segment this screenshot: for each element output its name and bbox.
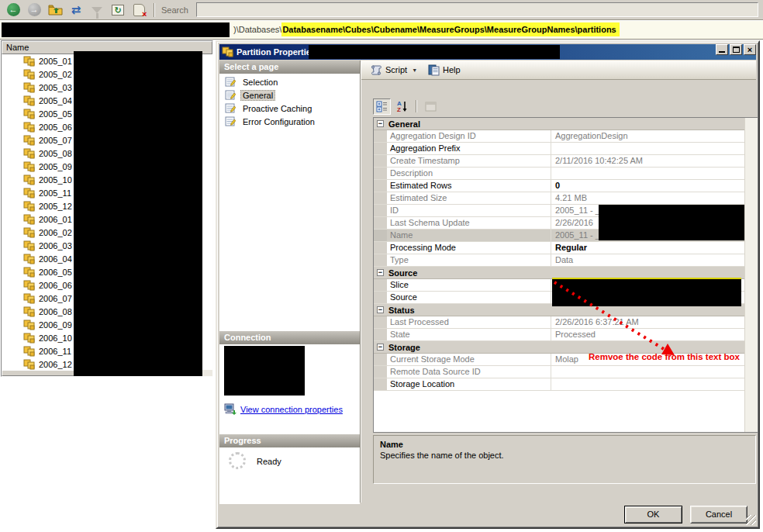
property-grid-toolbar: A Z (373, 98, 440, 115)
page-item-error-configuration[interactable]: Error Configuration (219, 115, 360, 128)
property-value[interactable]: 4.21 MB (551, 192, 745, 204)
help-button[interactable]: Help (424, 63, 464, 78)
dialog-titlebar[interactable]: Partition Properties - (219, 44, 756, 60)
close-icon: × (744, 44, 755, 56)
partition-icon (23, 95, 35, 106)
partition-icon (23, 56, 35, 67)
filter-button[interactable] (88, 2, 105, 19)
property-row-create-timestamp[interactable]: Create Timestamp2/11/2016 10:42:25 AM (374, 155, 745, 168)
forward-button[interactable]: → (26, 2, 43, 19)
row-gutter (374, 254, 387, 266)
back-button[interactable]: ← (5, 2, 22, 19)
page-item-proactive-caching[interactable]: Proactive Caching (219, 102, 360, 115)
collapse-icon[interactable]: − (377, 120, 384, 127)
property-row-aggregation-prefix[interactable]: Aggregation Prefix (374, 143, 745, 155)
script-button[interactable]: Script ▼ (366, 63, 421, 78)
list-item-label: 2006_03 - (39, 241, 78, 250)
property-row-remote-data-source-id[interactable]: Remote Data Source ID (374, 366, 745, 378)
folder-up-button[interactable] (47, 2, 64, 19)
category-row-general[interactable]: −General (374, 118, 745, 130)
property-row-type[interactable]: TypeData (374, 254, 745, 267)
ok-button[interactable]: OK (624, 506, 682, 523)
alphabetical-sort-button[interactable]: A Z (393, 98, 411, 115)
row-gutter (374, 205, 387, 216)
partition-icon (23, 306, 35, 317)
property-value[interactable] (551, 143, 745, 154)
property-row-estimated-rows[interactable]: Estimated Rows0 (374, 180, 745, 192)
partition-icon (23, 201, 35, 212)
property-row-last-processed[interactable]: Last Processed2/26/2016 6:37:21 AM (374, 316, 745, 329)
partition-icon (23, 174, 35, 185)
property-label: Name (387, 230, 551, 241)
partition-icon (23, 280, 35, 291)
page-item-selection[interactable]: Selection (219, 75, 360, 88)
main-toolbar: ← → ⇄ ↻ × Search (0, 0, 763, 20)
resize-grip[interactable] (746, 515, 756, 525)
property-row-state[interactable]: StateProcessed (374, 329, 745, 341)
stop-script-button[interactable]: × (130, 2, 147, 19)
property-row-storage-location[interactable]: Storage Location (374, 378, 745, 391)
sync-button[interactable]: ⇄ (67, 2, 85, 19)
partition-icon (23, 161, 35, 172)
property-value[interactable] (551, 378, 745, 390)
screen: ← → ⇄ ↻ × Search )\Databases\Databasenam… (0, 0, 763, 532)
collapse-icon[interactable]: − (377, 269, 384, 276)
property-value[interactable]: 2/11/2016 10:42:25 AM (551, 155, 745, 167)
window-buttons: × (716, 44, 756, 55)
property-value[interactable]: 0 (551, 180, 745, 192)
progress-panel: Ready (219, 447, 360, 504)
property-row-description[interactable]: Description (374, 168, 745, 180)
property-value[interactable]: 2/26/2016 6:37:21 AM (551, 316, 745, 328)
property-label: Remote Data Source ID (387, 366, 551, 378)
property-row-aggregation-design-id[interactable]: Aggregation Design IDAggregationDesign (374, 130, 745, 143)
list-item-label: 2005_04 - (39, 96, 78, 105)
property-label: Slice (387, 279, 551, 291)
page-icon (225, 77, 236, 87)
minimize-icon (719, 51, 725, 53)
property-label: Aggregation Design ID (387, 130, 551, 142)
property-row-estimated-size[interactable]: Estimated Size4.21 MB (374, 192, 745, 205)
page-icon (225, 116, 236, 126)
property-value[interactable] (551, 168, 745, 179)
property-value[interactable]: AggregationDesign (551, 130, 745, 142)
view-connection-properties-link[interactable]: View connection properties (240, 405, 343, 414)
property-row-processing-mode[interactable]: Processing ModeRegular (374, 242, 745, 254)
partition-icon (23, 293, 35, 304)
partition-properties-dialog: Partition Properties - × Select a page S… (216, 40, 760, 529)
collapse-icon[interactable]: − (377, 344, 384, 351)
cancel-button[interactable]: Cancel (690, 506, 747, 523)
list-item-label: 2006_07 - (39, 294, 78, 303)
list-item-label: 2005_12 - (39, 202, 78, 211)
partition-icon (23, 333, 35, 344)
property-value[interactable] (551, 366, 745, 378)
row-gutter (374, 192, 387, 204)
property-label: Create Timestamp (387, 155, 551, 167)
page-item-general[interactable]: General (219, 88, 360, 102)
property-label: ID (387, 205, 551, 216)
collapse-icon[interactable]: − (377, 306, 384, 313)
close-button[interactable]: × (744, 44, 756, 55)
list-item-label: 2006_10 - (39, 333, 78, 343)
redaction-box (552, 278, 741, 306)
maximize-button[interactable] (730, 44, 742, 55)
property-label: Storage Location (387, 378, 551, 390)
property-value[interactable]: Regular (551, 242, 745, 254)
list-item-label: 2005_11 - (39, 188, 77, 198)
category-label: General (388, 119, 420, 129)
page-icon (225, 90, 236, 100)
partition-icon (23, 148, 35, 159)
categorized-button[interactable] (373, 98, 391, 115)
property-value[interactable]: Data (551, 254, 745, 266)
row-gutter (374, 329, 387, 340)
row-gutter (374, 292, 387, 303)
list-item-label: 2005_06 - (39, 123, 78, 132)
row-gutter (374, 130, 387, 142)
property-value[interactable]: Processed (551, 329, 745, 340)
refresh-button[interactable]: ↻ (109, 2, 126, 19)
vertical-scrollbar[interactable] (744, 118, 758, 432)
minimize-button[interactable] (716, 44, 728, 55)
list-item-label: 2006_04 - (39, 254, 78, 264)
property-label: Last Processed (387, 316, 551, 328)
address-bar[interactable]: )\Databases\Databasename\Cubes\Cubename\… (0, 21, 763, 40)
search-input[interactable] (196, 2, 758, 17)
